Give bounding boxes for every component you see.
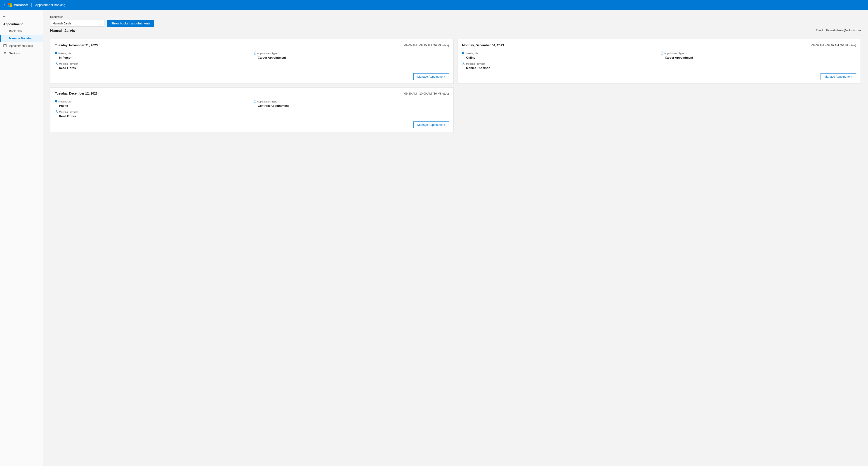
sidebar: ≡ Appointment + Book New Manage Booking [0,10,43,466]
svg-rect-7 [4,44,6,47]
sidebar-label-appointment-slots: Appointment Slots [9,44,33,48]
card-1-fields: Meeting via In Person [55,52,449,70]
card-2-header: Monday, December 04, 2023 08:00 AM - 08:… [462,43,856,47]
topbar-title: Appointment Booking [35,3,65,7]
card-2-date: Monday, December 04, 2023 [462,43,504,47]
card-1-apt-type-label: Appointment Type [254,52,449,55]
svg-rect-6 [3,39,6,39]
card-2-apt-type-value: Career Appointment [661,56,856,59]
appointment-card-1: Tuesday, November 21, 2023 09:00 AM - 09… [50,39,454,84]
card-2-apt-type-label: Appointment Type [661,52,856,55]
calendar-icon [3,44,7,48]
card-3-time: 09:30 AM - 10:00 AM (30 Minutes) [404,92,449,95]
brand-name: Microsoft [13,3,28,7]
show-booked-button[interactable]: Show booked appointments [107,20,154,27]
location-icon-2 [462,52,464,55]
email-label: Email: [816,29,824,32]
chevron-down-icon: ⌄ [99,22,102,25]
card-3-provider-label: Meeting Provider [55,110,250,114]
sidebar-item-settings[interactable]: ⚙ Settings [0,50,43,57]
card-1-header: Tuesday, November 21, 2023 09:00 AM - 09… [55,43,449,47]
card-1-meeting-via-value: In Person [55,56,250,59]
card-2-meeting-via-label: Meeting via [462,52,657,55]
svg-rect-4 [3,37,6,37]
svg-rect-8 [4,44,5,45]
card-1-date: Tuesday, November 21, 2023 [55,43,98,47]
card-3-meeting-via: Meeting via Phone [55,100,250,108]
hamburger-menu[interactable]: ≡ [0,12,43,21]
svg-rect-19 [662,53,662,54]
card-2-footer: Manage Appointment [462,73,856,80]
card-2-fields: Meeting via Online [462,52,856,70]
location-icon-3 [55,100,57,104]
card-1-meeting-via: Meeting via In Person [55,52,250,59]
email-info: Email: Hannah.Jarvis@outlook.com [816,29,861,32]
sidebar-label-book-new: Book New [9,29,22,33]
microsoft-logo: Microsoft [8,3,28,7]
back-button[interactable]: ‹ [4,3,5,7]
svg-rect-13 [254,53,255,53]
svg-rect-22 [254,100,255,101]
svg-rect-9 [5,44,6,45]
svg-point-25 [56,111,57,112]
requestor-dropdown[interactable]: Hannah Jarvis ⌄ [50,20,104,27]
document-icon-3 [254,100,256,104]
card-3-meeting-via-value: Phone [55,104,250,108]
card-1-meeting-provider: Meeting Provider Reed Flores [55,62,250,70]
app-layout: ≡ Appointment + Book New Manage Booking [0,10,868,466]
card-2-time: 08:00 AM - 08:30 AM (30 Minutes) [811,43,856,47]
card-1-appointment-type: Appointment Type Career Appointment [254,52,449,59]
card-3-fields: Meeting via Phone [55,100,449,118]
card-2-provider-value: Monica Thomson [462,66,657,70]
appointment-card-2: Monday, December 04, 2023 08:00 AM - 08:… [457,39,861,84]
card-1-meeting-via-label: Meeting via [55,52,250,55]
manage-appointment-button-3[interactable]: Manage Appointment [413,121,449,128]
sidebar-item-book-new[interactable]: + Book New [0,27,43,35]
svg-rect-2 [8,5,10,7]
svg-rect-0 [8,3,10,5]
manage-appointment-button-2[interactable]: Manage Appointment [820,73,856,80]
sidebar-label-manage-booking: Manage Booking [9,37,33,40]
list-icon [3,36,7,40]
svg-rect-12 [254,52,255,53]
svg-rect-24 [254,101,255,102]
svg-point-20 [463,62,464,64]
sidebar-section-title: Appointment [0,21,43,27]
location-icon [55,52,57,55]
email-value: Hannah.Jarvis@outlook.com [826,29,861,32]
card-3-header: Tuesday, December 12, 2023 09:30 AM - 10… [55,92,449,95]
document-icon-2 [661,52,663,55]
card-2-meeting-via-value: Online [462,56,657,59]
svg-rect-1 [10,3,12,5]
document-icon [254,52,256,55]
main-content: Requestor Hannah Jarvis ⌄ Show booked ap… [43,10,868,466]
card-1-time: 09:00 AM - 09:30 AM (30 Minutes) [404,43,449,47]
card-3-meeting-via-label: Meeting via [55,100,250,104]
svg-rect-23 [254,101,255,101]
card-2-appointment-type: Appointment Type Career Appointment [661,52,856,59]
card-1-footer: Manage Appointment [55,73,449,80]
card-1-provider-label: Meeting Provider [55,62,250,66]
svg-point-15 [56,62,57,64]
person-icon-3 [55,110,58,114]
card-3-date: Tuesday, December 12, 2023 [55,92,98,95]
plus-icon: + [3,29,7,33]
svg-rect-14 [254,53,255,54]
appointments-grid: Tuesday, November 21, 2023 09:00 AM - 09… [50,39,861,132]
requestor-selected-value: Hannah Jarvis [53,22,71,25]
card-1-apt-type-value: Career Appointment [254,56,449,59]
card-3-apt-type-value: Contract Appointment [254,104,449,108]
card-3-provider-value: Reed Flores [55,114,250,118]
sidebar-item-appointment-slots[interactable]: Appointment Slots [0,42,43,50]
topbar-divider [31,3,32,7]
svg-rect-5 [3,38,6,38]
svg-rect-3 [10,5,12,7]
svg-rect-17 [662,52,662,53]
card-2-provider-label: Meeting Provider [462,62,657,66]
card-2-meeting-provider: Meeting Provider Monica Thomson [462,62,657,70]
card-2-meeting-via: Meeting via Online [462,52,657,59]
sidebar-item-manage-booking[interactable]: Manage Booking [0,35,43,42]
manage-appointment-button-1[interactable]: Manage Appointment [413,73,449,80]
requestor-row: Hannah Jarvis ⌄ Show booked appointments [50,20,861,27]
gear-icon: ⚙ [3,51,7,55]
